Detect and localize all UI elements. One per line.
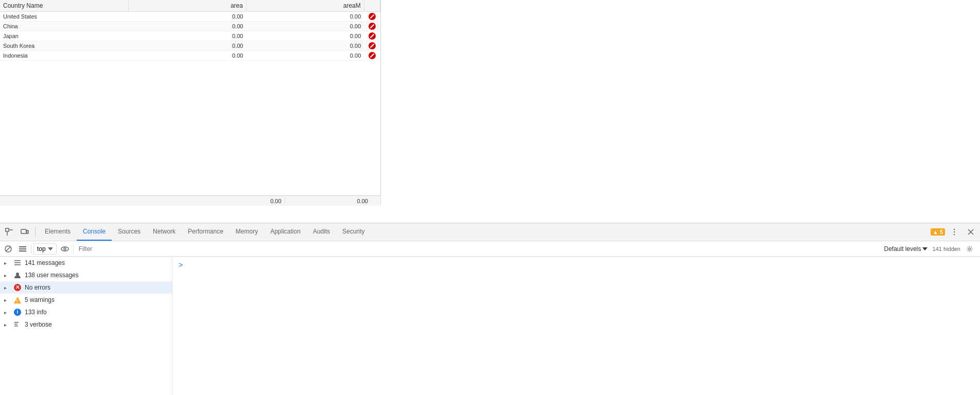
no-entry-icon [369,13,376,20]
no-entry-icon [369,23,376,30]
cell-country: South Korea [0,41,129,51]
no-entry-icon [369,32,376,40]
cell-aream: 0.00 [246,41,364,51]
table-row[interactable]: United States 0.00 0.00 [0,12,380,22]
col-header-country[interactable]: Country Name [0,0,129,12]
table-row[interactable]: Japan 0.00 0.00 [0,31,380,41]
cell-country: Japan [0,31,129,41]
cell-area: 0.00 [129,22,247,31]
table-row[interactable]: South Korea 0.00 0.00 [0,41,380,51]
col-header-actions [364,0,380,12]
cell-aream: 0.00 [246,31,364,41]
cell-area: 0.00 [129,12,247,22]
data-table-container: Country Name area areaM United States 0.… [0,0,381,206]
cell-country: United States [0,12,129,22]
col-header-aream[interactable]: areaM [246,0,364,12]
table-row[interactable]: Indonesia 0.00 0.00 [0,51,380,61]
main-content: Country Name area areaM United States 0.… [0,0,980,206]
cell-country: China [0,22,129,31]
cell-area: 0.00 [129,31,247,41]
cell-aream: 0.00 [246,22,364,31]
cell-country: Indonesia [0,51,129,61]
cell-action[interactable] [364,22,380,31]
cell-action[interactable] [364,51,380,61]
table-footer: 0.00 0.00 [0,195,381,206]
cell-action[interactable] [364,12,380,22]
cell-aream: 0.00 [246,12,364,22]
footer-area-total: 0.00 [198,198,285,204]
data-table: Country Name area areaM United States 0.… [0,0,380,61]
no-entry-icon [369,52,376,59]
no-entry-icon [369,42,376,49]
footer-aream-total: 0.00 [285,198,381,204]
cell-area: 0.00 [129,51,247,61]
cell-action[interactable] [364,41,380,51]
cell-action[interactable] [364,31,380,41]
cell-area: 0.00 [129,41,247,51]
col-header-area[interactable]: area [129,0,247,12]
cell-aream: 0.00 [246,51,364,61]
table-row[interactable]: China 0.00 0.00 [0,22,380,31]
